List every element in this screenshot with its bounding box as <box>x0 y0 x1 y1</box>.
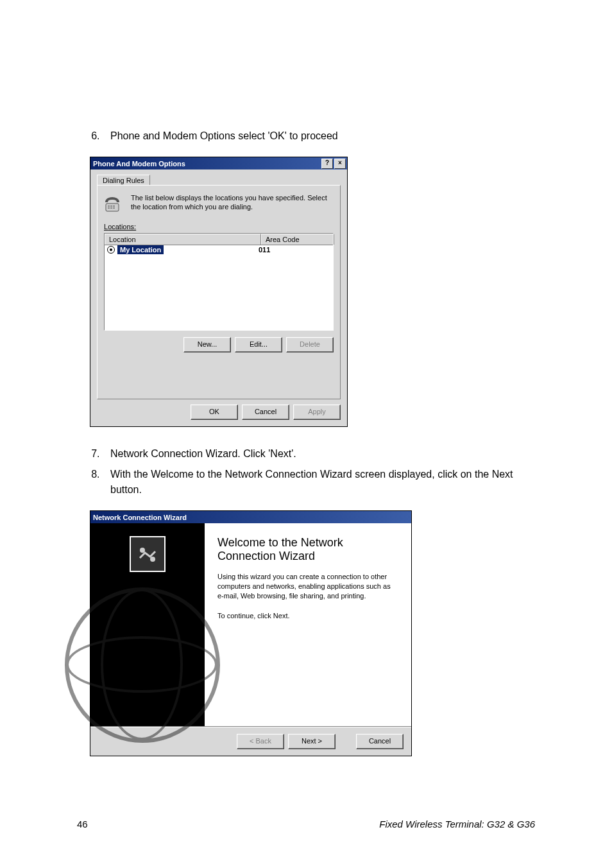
column-location[interactable]: Location <box>105 234 261 245</box>
step-6-text: Phone and Modem Options select 'OK' to p… <box>110 130 338 141</box>
cancel-button[interactable]: Cancel <box>356 734 404 749</box>
next-button[interactable]: Next > <box>288 734 336 749</box>
locations-label: Locations: <box>104 223 334 230</box>
radio-selected-icon <box>107 246 115 254</box>
book-title: Fixed Wireless Terminal: G32 & G36 <box>379 819 535 829</box>
page-number: 46 <box>77 819 88 829</box>
locations-listbox[interactable]: Location Area Code My Location 011 <box>104 233 334 331</box>
network-wizard-dialog: Network Connection Wizard Welcome to the… <box>90 510 412 756</box>
svg-rect-4 <box>108 207 110 209</box>
wizard-continue-text: To continue, click Next. <box>217 611 398 621</box>
svg-rect-1 <box>108 205 110 207</box>
cancel-button[interactable]: Cancel <box>242 404 289 420</box>
apply-button: Apply <box>293 404 341 420</box>
dialog-titlebar: Phone And Modem Options ? × <box>90 157 347 169</box>
svg-point-7 <box>140 548 145 553</box>
step-7-text: Network Connection Wizard. Click 'Next'. <box>110 448 296 459</box>
location-areacode: 011 <box>255 246 323 254</box>
column-area-code[interactable]: Area Code <box>261 234 334 245</box>
wizard-sidebar-image <box>90 523 205 726</box>
handshake-icon <box>136 542 159 566</box>
new-button[interactable]: New... <box>183 337 231 352</box>
wizard-paragraph: Using this wizard you can create a conne… <box>217 572 398 601</box>
edit-button[interactable]: Edit... <box>235 337 282 352</box>
wizard-heading: Welcome to the Network Connection Wizard <box>217 536 398 563</box>
phone-icon <box>104 193 124 214</box>
svg-rect-2 <box>110 205 112 207</box>
close-icon[interactable]: × <box>334 159 346 169</box>
help-icon[interactable]: ? <box>321 159 333 169</box>
dialog1-title: Phone And Modem Options <box>93 160 185 168</box>
back-button: < Back <box>237 734 284 749</box>
svg-rect-5 <box>110 207 112 209</box>
list-item[interactable]: My Location 011 <box>105 245 333 254</box>
step-8-text: With the Welcome to the Network Connecti… <box>110 469 513 495</box>
svg-rect-3 <box>113 205 115 207</box>
svg-rect-6 <box>113 207 115 209</box>
dialog1-description: The list below displays the locations yo… <box>131 193 334 212</box>
location-name: My Location <box>117 245 164 254</box>
svg-point-8 <box>150 557 155 562</box>
ok-button[interactable]: OK <box>191 404 238 420</box>
dialog-titlebar: Network Connection Wizard <box>90 511 411 523</box>
delete-button: Delete <box>286 337 334 352</box>
dialog2-title: Network Connection Wizard <box>93 514 187 521</box>
phone-modem-dialog: Phone And Modem Options ? × Dialing Rule… <box>90 157 348 427</box>
tab-dialing-rules[interactable]: Dialing Rules <box>97 175 150 186</box>
